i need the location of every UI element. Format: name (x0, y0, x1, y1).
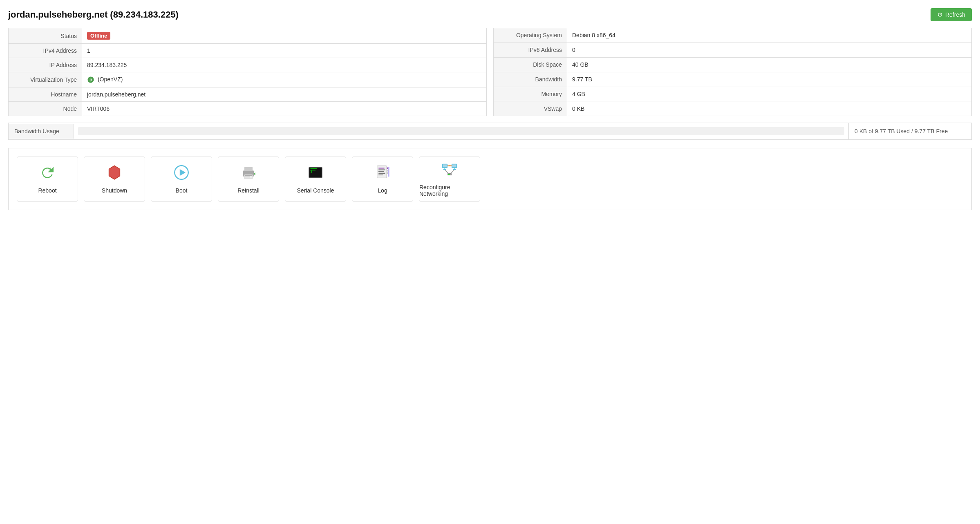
bandwidth-usage-text: 0 KB of 9.77 TB Used / 9.77 TB Free (849, 124, 971, 139)
shutdown-label: Shutdown (102, 187, 127, 194)
server-info-right: Operating System Debian 8 x86_64 IPv6 Ad… (493, 28, 972, 116)
bandwidth-bar-bg (78, 127, 844, 135)
label-bandwidth: Bandwidth (494, 72, 567, 87)
value-ipv6: 0 (567, 43, 972, 57)
value-bandwidth: 9.77 TB (567, 72, 972, 87)
label-ipv4: IPv4 Address (9, 44, 82, 58)
label-ipv6: IPv6 Address (494, 43, 567, 57)
table-row: Bandwidth 9.77 TB (494, 72, 972, 87)
table-row: Hostname jordan.pulseheberg.net (9, 87, 487, 102)
table-row: IP Address 89.234.183.225 (9, 58, 487, 72)
svg-rect-19 (378, 173, 385, 174)
svg-rect-26 (445, 168, 445, 169)
reinstall-button[interactable]: Reinstall (218, 157, 279, 202)
bandwidth-section: Bandwidth Usage 0 KB of 9.77 TB Used / 9… (8, 123, 972, 140)
svg-rect-25 (443, 165, 447, 168)
table-row: VSwap 0 KB (494, 101, 972, 116)
refresh-button[interactable]: Refresh (931, 8, 972, 21)
svg-rect-15 (388, 167, 389, 177)
page-header: jordan.pulseheberg.net (89.234.183.225) … (8, 8, 972, 21)
openvz-icon (87, 76, 96, 83)
shutdown-button[interactable]: Shutdown (84, 157, 145, 202)
value-ip: 89.234.183.225 (82, 58, 487, 72)
svg-rect-12 (311, 168, 318, 169)
info-tables: Status Offline IPv4 Address 1 IP Address… (8, 28, 972, 116)
label-status: Status (9, 28, 82, 44)
boot-label: Boot (176, 187, 188, 194)
reboot-icon (39, 164, 56, 183)
label-node: Node (9, 102, 82, 116)
table-row: Operating System Debian 8 x86_64 (494, 28, 972, 43)
value-status: Offline (82, 28, 487, 44)
value-ipv4: 1 (82, 44, 487, 58)
value-vswap: 0 KB (567, 101, 972, 116)
table-row: Memory 4 GB (494, 87, 972, 101)
svg-marker-0 (109, 166, 120, 179)
label-os: Operating System (494, 28, 567, 43)
svg-rect-6 (245, 175, 252, 176)
shutdown-icon (106, 164, 123, 183)
label-disk: Disk Space (494, 57, 567, 72)
value-os: Debian 8 x86_64 (567, 28, 972, 43)
svg-rect-31 (453, 169, 456, 170)
server-info-left: Status Offline IPv4 Address 1 IP Address… (8, 28, 487, 116)
svg-point-37 (449, 174, 450, 175)
table-row: IPv6 Address 0 (494, 43, 972, 57)
reboot-label: Reboot (38, 187, 56, 194)
serial-console-icon: $ _ (307, 164, 324, 183)
svg-point-36 (448, 174, 449, 175)
table-row: Disk Space 40 GB (494, 57, 972, 72)
log-label: Log (378, 187, 387, 194)
svg-rect-21 (387, 168, 388, 169)
table-row: Node VIRT006 (9, 102, 487, 116)
log-icon (374, 164, 391, 183)
actions-grid: Reboot Shutdown Boot (17, 157, 963, 202)
svg-rect-30 (454, 168, 455, 169)
svg-line-40 (451, 170, 454, 173)
reconfigure-networking-icon (441, 161, 458, 180)
svg-rect-7 (245, 177, 250, 177)
reboot-button[interactable]: Reboot (17, 157, 78, 202)
svg-rect-22 (387, 170, 388, 172)
refresh-label: Refresh (945, 11, 965, 18)
svg-line-39 (445, 170, 448, 173)
reinstall-icon (240, 164, 257, 183)
page-title: jordan.pulseheberg.net (89.234.183.225) (8, 9, 179, 20)
svg-rect-20 (378, 175, 383, 175)
svg-rect-16 (378, 168, 385, 169)
svg-rect-18 (378, 171, 384, 172)
label-virt: Virtualization Type (9, 72, 82, 87)
actions-section: Reboot Shutdown Boot (8, 148, 972, 210)
svg-rect-13 (311, 170, 316, 171)
svg-marker-2 (180, 169, 186, 176)
svg-rect-4 (244, 167, 253, 171)
table-row: Virtualization Type (OpenVZ) (9, 72, 487, 87)
bandwidth-bar-container (74, 123, 849, 139)
label-memory: Memory (494, 87, 567, 101)
table-row: Status Offline (9, 28, 487, 44)
label-vswap: VSwap (494, 101, 567, 116)
label-hostname: Hostname (9, 87, 82, 102)
value-node: VIRT006 (82, 102, 487, 116)
svg-rect-23 (387, 172, 388, 174)
value-virt: (OpenVZ) (82, 72, 487, 87)
status-badge: Offline (87, 32, 110, 40)
value-memory: 4 GB (567, 87, 972, 101)
log-button[interactable]: Log (352, 157, 413, 202)
label-ip: IP Address (9, 58, 82, 72)
refresh-icon (937, 12, 943, 18)
bandwidth-label: Bandwidth Usage (9, 124, 74, 139)
serial-console-label: Serial Console (297, 187, 334, 194)
reconfigure-networking-label: Reconfigure Networking (419, 184, 480, 197)
value-disk: 40 GB (567, 57, 972, 72)
reinstall-label: Reinstall (237, 187, 260, 194)
svg-point-38 (450, 174, 451, 175)
boot-button[interactable]: Boot (151, 157, 212, 202)
svg-rect-27 (443, 169, 446, 170)
serial-console-button[interactable]: $ _ Serial Console (285, 157, 346, 202)
table-row: IPv4 Address 1 (9, 44, 487, 58)
reconfigure-networking-button[interactable]: Reconfigure Networking (419, 157, 480, 202)
value-hostname: jordan.pulseheberg.net (82, 87, 487, 102)
svg-rect-29 (452, 165, 456, 168)
svg-rect-17 (378, 170, 385, 170)
